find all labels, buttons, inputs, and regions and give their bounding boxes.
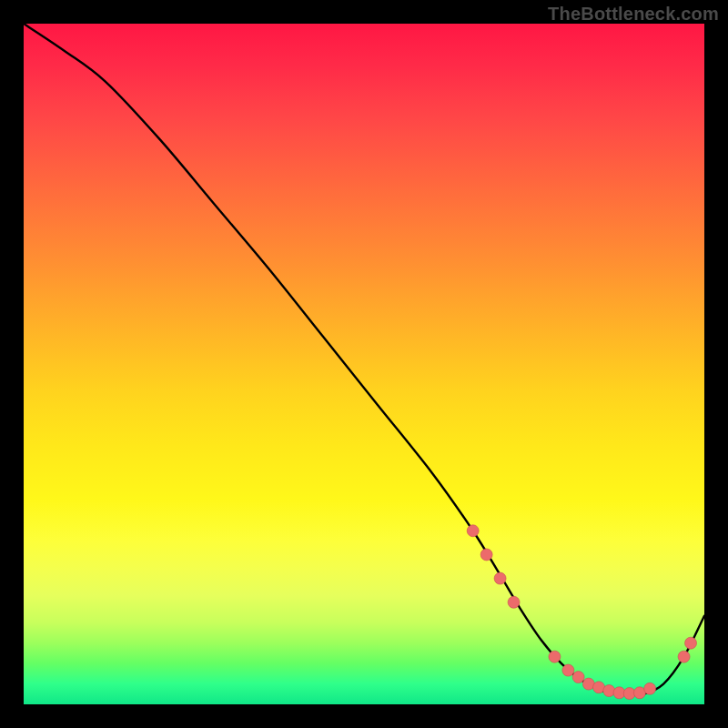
data-marker [572, 672, 584, 683]
data-markers [467, 525, 696, 700]
data-marker [644, 682, 656, 694]
data-marker [603, 685, 615, 697]
data-marker [562, 664, 574, 676]
data-marker [678, 651, 690, 662]
bottleneck-curve-svg [24, 24, 704, 704]
data-marker [508, 596, 520, 608]
data-marker [467, 525, 479, 537]
data-marker [549, 651, 561, 662]
data-marker [685, 637, 697, 649]
data-marker [494, 572, 506, 584]
bottleneck-curve-path [24, 24, 704, 695]
chart-plot-area [24, 24, 704, 704]
watermark-text: TheBottleneck.com [548, 4, 719, 25]
data-marker [480, 549, 492, 561]
chart-frame: TheBottleneck.com [0, 0, 728, 728]
